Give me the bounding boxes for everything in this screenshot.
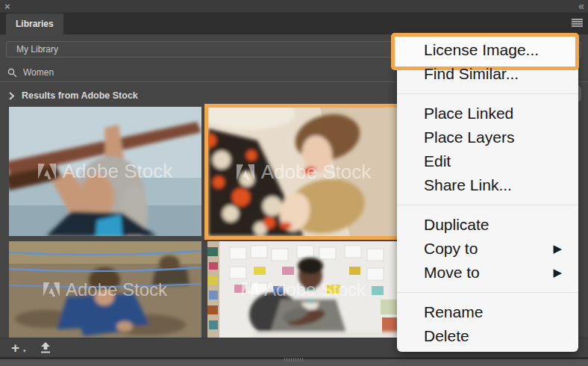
stock-thumbnail-surfer-woman[interactable]: Adobe Stock <box>9 107 201 236</box>
panel-title-bar: × « <box>0 0 588 13</box>
submenu-arrow-icon: ▶ <box>553 242 562 255</box>
menu-item-label: Share Link... <box>424 176 512 194</box>
menu-item-label: Edit <box>424 152 451 170</box>
menu-separator <box>397 93 578 94</box>
sync-upload-button[interactable] <box>40 342 51 357</box>
menu-item-label: License Image... <box>424 41 539 59</box>
menu-item-label: Place Layers <box>424 128 514 146</box>
menu-item-label: Delete <box>424 327 469 345</box>
context-menu: License Image... Find Similar... Place L… <box>397 35 578 352</box>
menu-item-place-linked[interactable]: Place Linked <box>397 102 578 125</box>
search-input-value[interactable]: Women <box>23 67 54 78</box>
libraries-panel: × « Libraries My Library Women Results f… <box>0 0 588 366</box>
menu-item-label: Find Similar... <box>424 65 519 83</box>
panel-menu-icon[interactable] <box>572 19 583 27</box>
menu-item-share-link[interactable]: Share Link... <box>397 173 578 197</box>
menu-item-place-layers[interactable]: Place Layers <box>397 125 578 149</box>
stock-photo-illustration <box>9 241 201 338</box>
close-icon[interactable]: × <box>4 0 10 13</box>
submenu-arrow-icon: ▶ <box>553 266 562 279</box>
menu-item-label: Move to <box>424 264 480 282</box>
menu-item-find-similar[interactable]: Find Similar... <box>397 62 578 86</box>
resize-grip-icon[interactable] <box>284 358 304 362</box>
menu-item-delete[interactable]: Delete <box>397 324 578 348</box>
chevron-right-icon <box>9 92 14 100</box>
menu-item-label: Copy to <box>424 240 478 258</box>
menu-item-label: Duplicate <box>424 216 490 234</box>
collapse-panel-icon[interactable]: « <box>578 0 584 13</box>
menu-item-rename[interactable]: Rename <box>397 300 578 324</box>
menu-item-copy-to[interactable]: Copy to ▶ <box>397 237 578 261</box>
search-field[interactable]: Women <box>7 65 54 80</box>
stock-thumbnail-mud-crawl[interactable]: Adobe Stock <box>9 241 201 338</box>
results-header[interactable]: Results from Adobe Stock <box>9 90 138 101</box>
menu-separator <box>397 205 578 205</box>
add-item-button[interactable]: + <box>11 340 19 356</box>
stock-photo-illustration <box>208 108 399 236</box>
menu-item-label: Place Linked <box>424 105 513 122</box>
stock-photo-illustration <box>9 107 201 236</box>
results-header-label: Results from Adobe Stock <box>22 90 138 101</box>
upload-icon <box>40 342 51 354</box>
tab-libraries[interactable]: Libraries <box>6 13 63 34</box>
menu-item-label: Rename <box>424 303 483 321</box>
tab-bar: Libraries <box>0 13 588 34</box>
menu-item-duplicate[interactable]: Duplicate <box>397 213 578 237</box>
stock-thumbnail-designer-desk[interactable]: Adobe Stock <box>207 241 400 338</box>
stock-thumbnail-retro-women-selected[interactable]: Adobe Stock <box>204 104 403 240</box>
search-icon <box>7 68 17 78</box>
menu-item-move-to[interactable]: Move to ▶ <box>397 261 578 285</box>
add-item-caret-icon: ▾ <box>23 348 26 354</box>
menu-item-license-image[interactable]: License Image... <box>397 38 578 62</box>
stock-photo-illustration <box>207 241 400 338</box>
menu-item-edit[interactable]: Edit <box>397 149 578 173</box>
menu-separator <box>397 292 578 293</box>
